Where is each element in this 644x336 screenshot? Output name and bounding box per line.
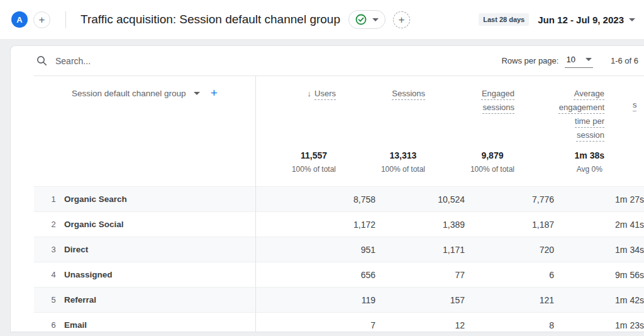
chevron-down-icon bbox=[629, 18, 635, 21]
check-circle-icon bbox=[355, 14, 367, 25]
rows-per-page-value: 10 bbox=[566, 55, 575, 64]
column-header-engaged-sessions[interactable]: Engaged sessions bbox=[425, 87, 514, 150]
search-input[interactable] bbox=[55, 56, 244, 66]
rows-per-page-select[interactable]: 10 bbox=[565, 53, 592, 68]
column-divider bbox=[255, 76, 256, 332]
table-row[interactable]: 5 Referral 119 157 121 1m 42s bbox=[34, 287, 644, 312]
pagination-controls: Rows per page: 10 1-6 of 6 bbox=[501, 46, 638, 76]
channel-name: Email bbox=[64, 320, 295, 330]
table-header-row: Session default channel group + ↓Users S… bbox=[34, 76, 644, 150]
sort-descending-icon: ↓ bbox=[308, 89, 312, 98]
table-row[interactable]: 6 Email 7 12 8 1m 23s bbox=[34, 312, 644, 332]
date-preset-chip: Last 28 days bbox=[479, 13, 529, 26]
channel-name: Organic Social bbox=[64, 220, 295, 229]
add-dimension-button[interactable]: + bbox=[211, 86, 218, 100]
rows-per-page-label: Rows per page: bbox=[501, 56, 558, 65]
search-icon bbox=[36, 55, 47, 66]
page-info: 1-6 of 6 bbox=[611, 56, 638, 65]
column-header-sessions[interactable]: Sessions bbox=[336, 87, 425, 150]
table-row[interactable]: 2 Organic Social 1,172 1,389 1,187 2m 41… bbox=[34, 211, 644, 237]
channel-name: Direct bbox=[64, 245, 295, 254]
total-avg-engagement-time: 1m 38s Avg 0% bbox=[514, 150, 604, 186]
totals-row: 11,557 100% of total 13,313 100% of tota… bbox=[34, 150, 644, 186]
channel-name: Organic Search bbox=[64, 194, 295, 204]
add-comparison-button[interactable]: + bbox=[33, 11, 50, 28]
customize-report-button[interactable]: + bbox=[393, 11, 410, 28]
data-quality-badge[interactable] bbox=[348, 10, 386, 29]
page-title: Traffic acquisition: Session default cha… bbox=[80, 13, 340, 26]
total-engaged-sessions: 9,879 100% of total bbox=[425, 150, 514, 186]
column-header-avg-engagement-time[interactable]: Average engagement time per session bbox=[514, 87, 604, 150]
column-header-users[interactable]: ↓Users bbox=[255, 87, 336, 150]
table-toolbar: Rows per page: 10 1-6 of 6 bbox=[11, 46, 644, 76]
total-sessions: 13,313 100% of total bbox=[336, 150, 425, 186]
chevron-down-icon bbox=[194, 92, 200, 95]
table-row[interactable]: 1 Organic Search 8,758 10,524 7,776 1m 2… bbox=[34, 186, 644, 211]
plus-icon: + bbox=[39, 14, 45, 25]
dimension-header-dropdown[interactable]: Session default channel group bbox=[72, 89, 186, 98]
header-divider bbox=[65, 11, 66, 28]
column-header-overflow-fragment: s bbox=[633, 100, 637, 109]
avatar[interactable]: A bbox=[11, 11, 28, 28]
channel-name: Referral bbox=[64, 295, 295, 305]
chevron-down-icon bbox=[372, 18, 379, 21]
dimension-header-cell: Session default channel group + bbox=[34, 87, 255, 150]
data-table: Session default channel group + ↓Users S… bbox=[34, 76, 644, 332]
report-table-card: Rows per page: 10 1-6 of 6 Session defau… bbox=[10, 45, 644, 332]
date-range-picker[interactable]: Last 28 days Jun 12 - Jul 9, 2023 bbox=[479, 13, 635, 26]
table-row[interactable]: 3 Direct 951 1,171 720 1m 34s bbox=[34, 237, 644, 262]
plus-icon: + bbox=[399, 14, 405, 25]
chevron-down-icon bbox=[586, 58, 592, 61]
channel-name: Unassigned bbox=[64, 270, 295, 279]
app-bar: A + Traffic acquisition: Session default… bbox=[0, 0, 644, 39]
total-users: 11,557 100% of total bbox=[255, 150, 336, 186]
date-range-label: Jun 12 - Jul 9, 2023 bbox=[538, 14, 624, 25]
table-row[interactable]: 4 Unassigned 656 77 6 9m 56s bbox=[34, 262, 644, 287]
